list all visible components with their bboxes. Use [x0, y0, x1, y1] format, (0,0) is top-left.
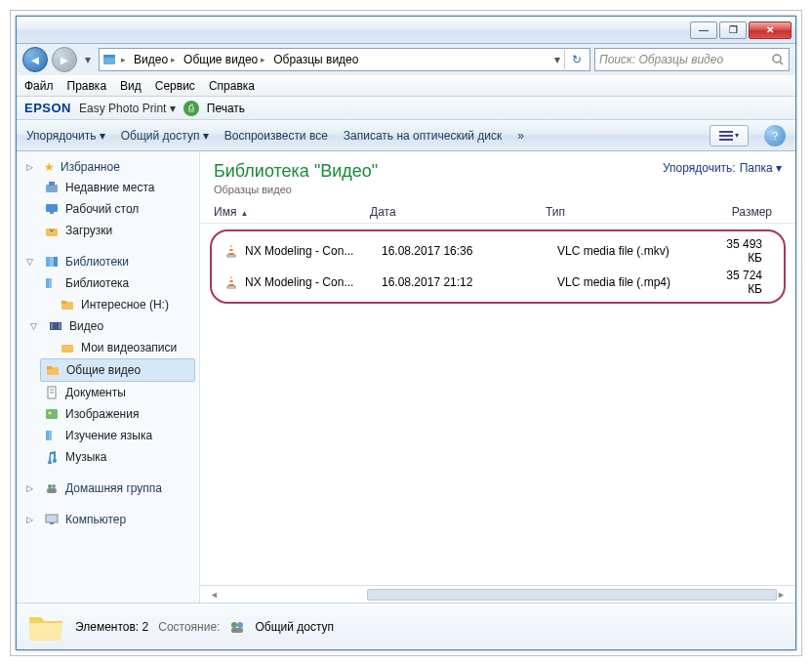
- share-button[interactable]: Общий доступ ▾: [121, 129, 209, 143]
- epson-bar: EPSON Easy Photo Print ▾ ⎙ Печать: [17, 97, 795, 120]
- menu-help[interactable]: Справка: [209, 79, 255, 93]
- svg-rect-6: [719, 139, 733, 141]
- sidebar-item-recent[interactable]: Недавние места: [17, 177, 199, 198]
- sidebar-item-video[interactable]: ▽Видео: [17, 315, 199, 337]
- svg-point-44: [237, 622, 243, 628]
- images-icon: [44, 406, 60, 422]
- menu-view[interactable]: Вид: [120, 79, 142, 93]
- page-subtitle: Образцы видео: [214, 184, 378, 195]
- horizontal-scrollbar[interactable]: ◄►: [200, 585, 795, 603]
- back-button[interactable]: ◄: [22, 47, 48, 72]
- libraries-icon: [44, 254, 60, 270]
- arrange-label: Упорядочить:: [663, 161, 736, 175]
- minimize-button[interactable]: —: [690, 21, 717, 39]
- sidebar-item-interesting[interactable]: Интересное (H:): [17, 294, 199, 315]
- refresh-button[interactable]: ↻: [564, 48, 588, 71]
- sidebar-item-desktop[interactable]: Рабочий стол: [17, 198, 199, 220]
- svg-rect-15: [46, 278, 49, 288]
- svg-rect-22: [61, 345, 73, 353]
- organize-button[interactable]: Упорядочить ▾: [26, 129, 105, 143]
- sidebar-computer[interactable]: ▷Компьютер: [17, 509, 199, 530]
- svg-rect-45: [231, 628, 243, 633]
- sidebar-item-learning[interactable]: Изучение языка: [17, 425, 199, 446]
- documents-icon: [44, 385, 60, 400]
- forward-button[interactable]: ►: [52, 47, 77, 72]
- burn-button[interactable]: Записать на оптический диск: [344, 129, 503, 143]
- file-row[interactable]: NX Modeling - Con... 16.08.2017 16:36 VL…: [220, 235, 776, 267]
- svg-line-3: [780, 62, 783, 64]
- menu-tools[interactable]: Сервис: [155, 79, 195, 93]
- svg-point-43: [231, 622, 237, 628]
- folder-large-icon: [26, 609, 65, 644]
- print-icon: ⎙: [183, 101, 199, 116]
- svg-rect-40: [227, 286, 235, 288]
- folder-icon: [45, 362, 61, 378]
- history-dropdown[interactable]: ▾: [81, 51, 95, 68]
- sidebar-item-myvideo[interactable]: Мои видеозаписи: [17, 337, 199, 358]
- svg-rect-42: [229, 282, 234, 284]
- search-icon: [771, 53, 785, 66]
- star-icon: ★: [44, 160, 55, 174]
- toolbar: Упорядочить ▾ Общий доступ ▾ Воспроизвес…: [17, 120, 795, 151]
- svg-rect-7: [46, 185, 58, 192]
- highlight-annotation: NX Modeling - Con... 16.08.2017 16:36 VL…: [210, 229, 786, 304]
- breadcrumb-item[interactable]: Видео▸: [130, 51, 180, 68]
- breadcrumb-item[interactable]: Образцы видео: [269, 51, 362, 68]
- folder-icon: [44, 428, 60, 443]
- svg-rect-28: [46, 409, 58, 419]
- maximize-button[interactable]: ❐: [719, 21, 747, 39]
- svg-rect-9: [46, 204, 58, 212]
- sidebar-item-images[interactable]: Изображения: [17, 403, 199, 425]
- desktop-icon: [44, 201, 60, 217]
- more-button[interactable]: »: [517, 129, 524, 143]
- help-button[interactable]: ?: [764, 125, 786, 146]
- menu-edit[interactable]: Правка: [67, 79, 107, 93]
- column-headers[interactable]: Имя▲ Дата Тип Размер: [200, 201, 795, 224]
- svg-rect-18: [61, 301, 66, 304]
- item-count: Элементов: 2: [75, 620, 148, 634]
- close-button[interactable]: ✕: [749, 21, 792, 39]
- svg-rect-35: [46, 515, 58, 522]
- menu-bar: Файл Правка Вид Сервис Справка: [17, 75, 795, 97]
- address-bar[interactable]: ▸ Видео▸ Общие видео▸ Образцы видео ▾ ↻: [99, 48, 590, 71]
- svg-rect-20: [51, 323, 53, 329]
- arrange-by[interactable]: Папка ▾: [740, 161, 782, 175]
- sidebar-item-shared-video[interactable]: Общие видео: [40, 358, 195, 382]
- sidebar-favorites[interactable]: ▷★Избранное: [17, 157, 199, 177]
- breadcrumb-item[interactable]: Общие видео▸: [180, 51, 269, 68]
- svg-point-33: [52, 484, 56, 488]
- address-dropdown[interactable]: ▾: [550, 51, 564, 68]
- svg-rect-4: [719, 131, 733, 133]
- svg-rect-21: [59, 323, 61, 329]
- play-all-button[interactable]: Воспроизвести все: [224, 129, 328, 143]
- homegroup-icon: [44, 480, 60, 496]
- sidebar-libraries[interactable]: ▽Библиотеки: [17, 251, 199, 272]
- vlc-icon: [223, 243, 239, 259]
- sidebar-item-library[interactable]: Библиотека: [17, 272, 199, 294]
- sidebar-item-documents[interactable]: Документы: [17, 382, 199, 403]
- main-panel: Библиотека "Видео" Образцы видео Упорядо…: [200, 151, 795, 603]
- svg-rect-10: [50, 212, 54, 214]
- menu-file[interactable]: Файл: [24, 79, 54, 93]
- view-button[interactable]: ▾: [710, 125, 749, 146]
- nav-bar: ◄ ► ▾ ▸ Видео▸ Общие видео▸ Образцы виде…: [17, 44, 795, 75]
- downloads-icon: [44, 223, 60, 238]
- file-row[interactable]: NX Modeling - Con... 16.08.2017 21:12 VL…: [220, 267, 776, 298]
- svg-rect-8: [49, 182, 55, 186]
- svg-rect-24: [47, 366, 52, 369]
- vlc-icon: [223, 274, 239, 290]
- svg-rect-36: [50, 522, 54, 524]
- sidebar-item-downloads[interactable]: Загрузки: [17, 220, 199, 241]
- sidebar-homegroup[interactable]: ▷Домашняя группа: [17, 478, 199, 499]
- svg-point-29: [49, 412, 52, 415]
- easy-photo-print[interactable]: Easy Photo Print ▾: [79, 102, 176, 115]
- epson-logo: EPSON: [24, 101, 71, 115]
- svg-rect-39: [229, 251, 234, 253]
- search-input[interactable]: Поиск: Образцы видео: [594, 48, 790, 71]
- svg-rect-13: [50, 257, 54, 267]
- svg-point-2: [773, 55, 781, 62]
- print-button[interactable]: Печать: [207, 102, 245, 115]
- music-icon: [44, 449, 60, 465]
- share-icon: [229, 619, 245, 635]
- sidebar-item-music[interactable]: Музыка: [17, 446, 199, 468]
